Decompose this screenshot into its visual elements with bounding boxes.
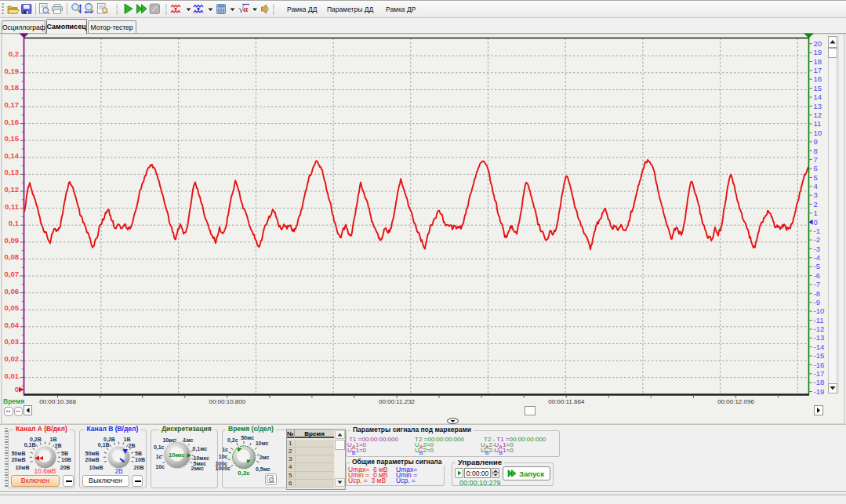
- svg-text:18: 18: [814, 57, 822, 66]
- svg-text:0: 0: [15, 385, 19, 393]
- svg-text:00:00:10.800: 00:00:10.800: [209, 398, 245, 405]
- svg-text:-18: -18: [814, 378, 825, 386]
- svg-text:7: 7: [814, 155, 818, 164]
- svg-text:8: 8: [814, 147, 818, 155]
- svg-text:0,02: 0,02: [5, 354, 20, 363]
- svg-text:0,18: 0,18: [5, 83, 20, 92]
- svg-text:-3: -3: [814, 245, 820, 253]
- svg-text:-5: -5: [814, 262, 820, 270]
- svg-text:-8: -8: [814, 289, 820, 298]
- svg-text:0,06: 0,06: [5, 287, 20, 296]
- svg-text:0,2: 0,2: [9, 49, 19, 58]
- svg-text:0,09: 0,09: [5, 236, 20, 245]
- svg-text:3: 3: [814, 190, 818, 199]
- svg-text:00:00:11.232: 00:00:11.232: [379, 398, 416, 405]
- svg-text:-14: -14: [814, 343, 825, 351]
- svg-text:-1: -1: [814, 227, 820, 235]
- svg-text:0,11: 0,11: [5, 202, 20, 211]
- svg-text:20: 20: [814, 39, 822, 48]
- svg-text:10: 10: [814, 129, 822, 137]
- svg-text:6: 6: [814, 164, 818, 172]
- svg-text:0,13: 0,13: [5, 168, 20, 176]
- svg-text:0,19: 0,19: [5, 67, 20, 75]
- svg-text:0,07: 0,07: [5, 270, 20, 278]
- svg-text:-7: -7: [814, 280, 820, 288]
- svg-text:-11: -11: [814, 316, 824, 325]
- svg-text:-2: -2: [814, 235, 820, 244]
- svg-text:0,16: 0,16: [5, 118, 20, 126]
- svg-text:9: 9: [814, 137, 818, 146]
- svg-text:0,01: 0,01: [5, 372, 20, 380]
- svg-text:00:00:10.368: 00:00:10.368: [39, 398, 76, 405]
- svg-text:0,15: 0,15: [5, 134, 20, 143]
- svg-text:0,17: 0,17: [5, 100, 20, 109]
- svg-text:14: 14: [814, 92, 822, 101]
- svg-text:-16: -16: [814, 361, 825, 369]
- svg-text:4: 4: [814, 182, 818, 190]
- svg-text:0,03: 0,03: [5, 337, 20, 346]
- svg-text:5: 5: [814, 173, 818, 182]
- svg-text:-12: -12: [814, 325, 825, 333]
- svg-text:0: 0: [814, 218, 818, 227]
- svg-text:-9: -9: [814, 298, 820, 306]
- svg-text:16: 16: [814, 74, 822, 83]
- svg-text:-13: -13: [814, 333, 825, 342]
- svg-text:-10: -10: [814, 306, 825, 315]
- svg-text:15: 15: [814, 84, 822, 92]
- svg-text:0,08: 0,08: [5, 252, 20, 261]
- svg-text:17: 17: [814, 66, 822, 74]
- svg-text:0,12: 0,12: [5, 185, 20, 194]
- svg-text:00:00:11.664: 00:00:11.664: [548, 398, 585, 405]
- svg-text:12: 12: [814, 111, 822, 119]
- svg-text:19: 19: [814, 48, 822, 56]
- svg-text:11: 11: [814, 119, 822, 128]
- svg-text:13: 13: [814, 102, 822, 111]
- svg-text:2: 2: [814, 200, 818, 208]
- svg-text:00:00:12.096: 00:00:12.096: [717, 398, 754, 405]
- svg-text:-15: -15: [814, 351, 825, 360]
- svg-text:-6: -6: [814, 271, 820, 280]
- svg-text:0,1: 0,1: [9, 219, 20, 227]
- svg-text:1: 1: [814, 208, 818, 217]
- svg-text:-4: -4: [814, 253, 820, 262]
- svg-text:Время: Время: [3, 397, 24, 405]
- svg-text:0,05: 0,05: [5, 303, 20, 312]
- svg-text:0,14: 0,14: [5, 151, 20, 160]
- svg-text:Запуск: Запуск: [519, 470, 544, 478]
- svg-text:-17: -17: [814, 369, 825, 378]
- svg-text:-19: -19: [814, 387, 825, 396]
- svg-text:0,04: 0,04: [5, 321, 20, 329]
